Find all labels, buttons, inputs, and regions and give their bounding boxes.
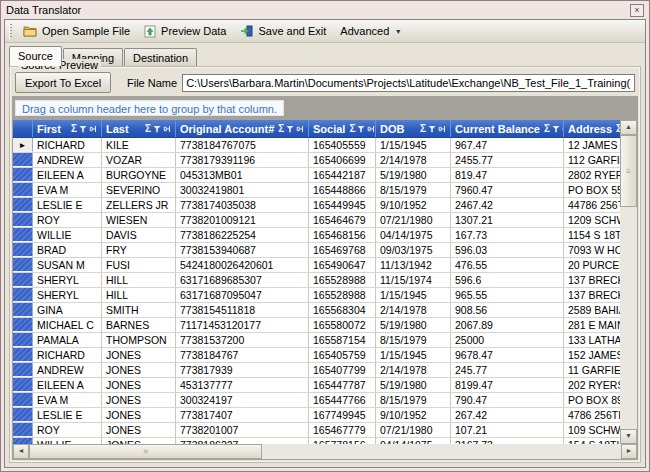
grid-cell[interactable]: 165407799	[309, 363, 376, 377]
grid-cell[interactable]: SEVERINO	[102, 183, 176, 197]
grid-cell[interactable]: 773817939	[176, 363, 309, 377]
grid-cell[interactable]: 2067.89	[451, 318, 564, 332]
grid-cell[interactable]: FRY	[102, 243, 176, 257]
grid-cell[interactable]: JONES	[102, 393, 176, 407]
grid-cell[interactable]: 453137777	[176, 378, 309, 392]
grid-cell[interactable]: 7738179391196	[176, 153, 309, 167]
grid-cell[interactable]: 267.42	[451, 408, 564, 422]
sum-icon[interactable]: Σ	[420, 124, 426, 134]
table-row[interactable]: LESLIE EJONES7738174071677499459/10/1952…	[13, 408, 620, 423]
grid-cell[interactable]: 7738201007	[176, 423, 309, 437]
grid-cell[interactable]: ANDREW	[33, 153, 102, 167]
table-row[interactable]: WILLIEDAVIS773818622525416546815604/14/1…	[13, 228, 620, 243]
grid-cell[interactable]: 165406699	[309, 153, 376, 167]
grid-cell[interactable]: 165469768	[309, 243, 376, 257]
tab-destination[interactable]: Destination	[124, 48, 197, 66]
row-indicator[interactable]	[13, 348, 33, 362]
grid-cell[interactable]: 165447766	[309, 393, 376, 407]
grid-cell[interactable]: HILL	[102, 288, 176, 302]
scroll-right-button[interactable]: ►	[621, 444, 637, 459]
grid-cell[interactable]: LESLIE E	[33, 198, 102, 212]
grid-cell[interactable]: ANDREW	[33, 363, 102, 377]
grid-cell[interactable]: 63171689685307	[176, 273, 309, 287]
row-indicator[interactable]	[13, 228, 33, 242]
table-row[interactable]: SHERYLHILL631716870950471655289881/15/19…	[13, 288, 620, 303]
table-row[interactable]: EVA MJONES3003241971654477668/15/1979790…	[13, 393, 620, 408]
grid-cell[interactable]: 2589 BAHIA VI	[564, 303, 620, 317]
grid-cell[interactable]: EVA M	[33, 183, 102, 197]
grid-cell[interactable]: 1154 S 18TH ST	[564, 228, 620, 242]
pin-icon[interactable]	[438, 125, 446, 133]
grid-cell[interactable]: 12 JAMES ROA	[564, 138, 620, 152]
row-indicator[interactable]	[13, 318, 33, 332]
grid-cell[interactable]: 773817407	[176, 408, 309, 422]
filter-icon[interactable]	[552, 125, 560, 133]
grid-cell[interactable]: BURGOYNE	[102, 168, 176, 182]
grid-cell[interactable]: 165468156	[309, 228, 376, 242]
grid-cell[interactable]: 5/19/1980	[376, 168, 451, 182]
grid-cell[interactable]: EVA M	[33, 393, 102, 407]
table-row[interactable]: EVA MSEVERINO300324198011654488668/15/19…	[13, 183, 620, 198]
save-and-exit-button[interactable]: Save and Exit	[233, 23, 333, 39]
grid-cell[interactable]: 2455.77	[451, 153, 564, 167]
table-row[interactable]: GINASMITH77381545118181655683042/14/1978…	[13, 303, 620, 318]
grid-cell[interactable]: 2/14/1978	[376, 303, 451, 317]
filter-icon[interactable]	[428, 125, 436, 133]
column-header-original-account-[interactable]: Original Account#Σ	[176, 120, 309, 137]
grid-cell[interactable]: 965.55	[451, 288, 564, 302]
scroll-up-button[interactable]: ▲	[620, 120, 637, 135]
grid-cell[interactable]: 77381537200	[176, 333, 309, 347]
grid-cell[interactable]: THOMPSON	[102, 333, 176, 347]
grid-cell[interactable]: JONES	[102, 408, 176, 422]
grid-cell[interactable]: JONES	[102, 348, 176, 362]
grid-cell[interactable]: SHERYL	[33, 288, 102, 302]
table-row[interactable]: ANDREWJONES7738179391654077992/14/197824…	[13, 363, 620, 378]
grid-cell[interactable]: 165580072	[309, 318, 376, 332]
table-row[interactable]: ROYWIESEN773820100912116546467907/21/198…	[13, 213, 620, 228]
grid-cell[interactable]: FUSI	[102, 258, 176, 272]
row-indicator[interactable]	[13, 183, 33, 197]
row-indicator[interactable]	[13, 303, 33, 317]
grid-cell[interactable]: 9678.47	[451, 348, 564, 362]
grid-cell[interactable]: 11 GARFIELD A	[564, 363, 620, 377]
grid-cell[interactable]: 133 LATHAM S	[564, 333, 620, 347]
grid-cell[interactable]: RICHARD	[33, 348, 102, 362]
grid-cell[interactable]: 245.77	[451, 363, 564, 377]
row-indicator[interactable]	[13, 273, 33, 287]
grid-cell[interactable]: WILLIE	[33, 228, 102, 242]
grid-cell[interactable]: 165405559	[309, 138, 376, 152]
grid-cell[interactable]: 7738186225254	[176, 228, 309, 242]
grid-cell[interactable]: VOZAR	[102, 153, 176, 167]
sum-icon[interactable]: Σ	[71, 124, 77, 134]
row-indicator[interactable]	[13, 333, 33, 347]
grid-cell[interactable]: 7738154511818	[176, 303, 309, 317]
grid-cell[interactable]: 7738174035038	[176, 198, 309, 212]
current-row-indicator[interactable]: ►	[13, 138, 33, 152]
grid-cell[interactable]: 1209 SCHWEIT	[564, 213, 620, 227]
grid-cell[interactable]: 63171687095047	[176, 288, 309, 302]
table-row[interactable]: MICHAEL CBARNES711714531201771655800725/…	[13, 318, 620, 333]
grid-cell[interactable]: JONES	[102, 363, 176, 377]
row-indicator[interactable]	[13, 153, 33, 167]
grid-cell[interactable]: 44786 256TH S	[564, 198, 620, 212]
column-header-dob[interactable]: DOBΣ	[376, 120, 451, 137]
grid-cell[interactable]: 7738184767	[176, 348, 309, 362]
preview-data-button[interactable]: Preview Data	[137, 23, 233, 40]
grid-cell[interactable]: 165447787	[309, 378, 376, 392]
table-row[interactable]: ROYJONES773820100716546777907/21/1980107…	[13, 423, 620, 438]
row-indicator[interactable]	[13, 363, 33, 377]
vertical-scrollbar[interactable]: ▲ ≡ ▼	[620, 120, 637, 444]
pin-icon[interactable]	[296, 125, 304, 133]
grid-cell[interactable]: RICHARD	[33, 138, 102, 152]
grid-cell[interactable]: 1/15/1945	[376, 138, 451, 152]
grid-cell[interactable]: 165490647	[309, 258, 376, 272]
grid-cell[interactable]: 7738201009121	[176, 213, 309, 227]
table-row[interactable]: SUSAN MFUSI542418002642060116549064711/1…	[13, 258, 620, 273]
grid-cell[interactable]: PAMALA	[33, 333, 102, 347]
grid-cell[interactable]: 107.21	[451, 423, 564, 437]
grid-cell[interactable]: EILEEN A	[33, 378, 102, 392]
grid-cell[interactable]: 167749945	[309, 408, 376, 422]
tab-source[interactable]: Source	[9, 46, 62, 66]
table-row[interactable]: LESLIE EZELLERS JR7738174035038165449945…	[13, 198, 620, 213]
grid-cell[interactable]: PO BOX 89	[564, 393, 620, 407]
